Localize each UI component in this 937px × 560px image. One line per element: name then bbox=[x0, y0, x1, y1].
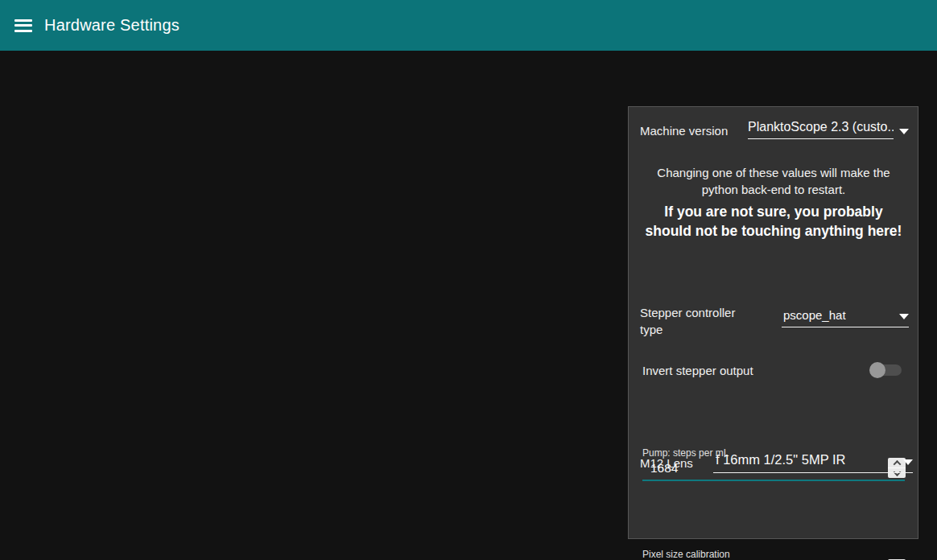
stepper-controller-value: pscope_hat bbox=[782, 308, 846, 322]
restart-warning: Changing one of these values will make t… bbox=[635, 164, 912, 241]
warning-bold-line: If you are not sure, you probably bbox=[635, 202, 912, 221]
stepper-controller-label: Stepper controller type bbox=[640, 304, 753, 338]
warning-bold-line: should not be touching anything here! bbox=[635, 221, 912, 241]
chevron-down-icon bbox=[899, 129, 909, 134]
stepper-controller-select[interactable]: pscope_hat bbox=[782, 308, 909, 327]
hardware-settings-panel: Machine version PlanktoScope 2.3 (custo.… bbox=[628, 106, 918, 539]
invert-stepper-toggle[interactable] bbox=[869, 362, 903, 378]
menu-icon[interactable] bbox=[14, 19, 32, 32]
machine-version-select[interactable]: PlanktoScope 2.3 (custo... bbox=[748, 120, 909, 139]
m12-lens-select[interactable]: f 16mm 1/2.5" 5MP IR bbox=[713, 452, 913, 473]
m12-lens-label: M12 Lens bbox=[640, 456, 693, 470]
app-header: Hardware Settings bbox=[0, 0, 937, 51]
input-underline bbox=[642, 480, 905, 481]
toggle-knob bbox=[869, 362, 885, 378]
chevron-down-icon bbox=[903, 459, 913, 465]
warning-line: Changing one of these values will make t… bbox=[635, 164, 912, 181]
machine-version-value: PlanktoScope 2.3 (custo... bbox=[748, 120, 894, 139]
main-canvas: Machine version PlanktoScope 2.3 (custo.… bbox=[0, 51, 937, 560]
m12-lens-value: f 16mm 1/2.5" 5MP IR bbox=[713, 452, 845, 467]
page-title: Hardware Settings bbox=[44, 16, 180, 35]
warning-line: python back-end to restart. bbox=[635, 181, 912, 198]
machine-version-label: Machine version bbox=[640, 124, 728, 138]
pixel-size-label: Pixel size calibration bbox=[642, 549, 730, 560]
invert-stepper-label: Invert stepper output bbox=[642, 364, 753, 377]
chevron-down-icon bbox=[899, 314, 909, 319]
